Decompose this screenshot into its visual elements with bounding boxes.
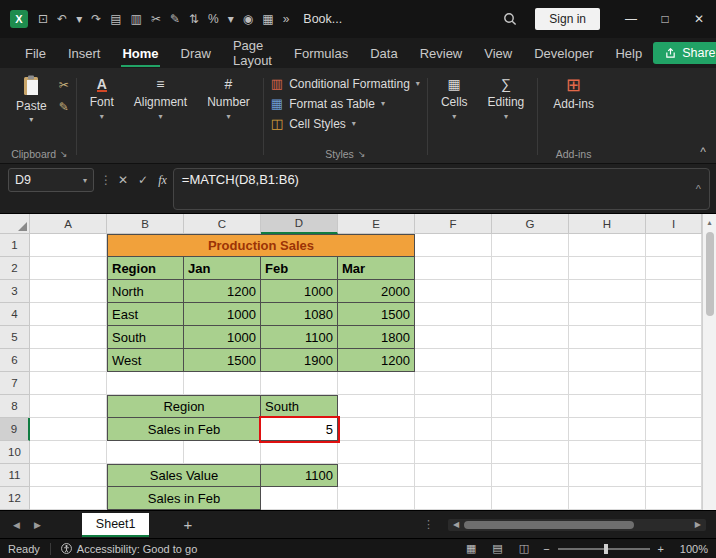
zoom-slider-thumb[interactable] bbox=[604, 544, 608, 554]
sort-icon[interactable]: ⇅ bbox=[189, 13, 199, 25]
cell-F3[interactable] bbox=[415, 280, 492, 303]
table-icon[interactable]: ▦ bbox=[262, 13, 273, 25]
save-icon[interactable]: ⊡ bbox=[38, 13, 48, 25]
cell-G11[interactable] bbox=[492, 464, 569, 487]
cell-B3[interactable]: North bbox=[107, 280, 184, 303]
column-header-H[interactable]: H bbox=[569, 214, 646, 234]
clipboard-dialog-launcher-icon[interactable]: ↘ bbox=[60, 149, 68, 159]
excel-logo-icon[interactable]: X bbox=[10, 10, 28, 28]
cell-I12[interactable] bbox=[646, 487, 702, 510]
zoom-slider[interactable] bbox=[558, 548, 650, 550]
ribbon-group-editing[interactable]: ∑Editing▾ bbox=[478, 72, 535, 163]
cell-C5[interactable]: 1000 bbox=[184, 326, 261, 349]
cell-I6[interactable] bbox=[646, 349, 702, 372]
cell-B10[interactable] bbox=[107, 441, 184, 464]
row-header-12[interactable]: 12 bbox=[0, 487, 30, 510]
cell-B12[interactable]: Sales in Feb bbox=[107, 487, 261, 510]
cell-A5[interactable] bbox=[30, 326, 107, 349]
tab-file[interactable]: File bbox=[14, 38, 57, 68]
cell-D5[interactable]: 1100 bbox=[261, 326, 338, 349]
cell-E3[interactable]: 2000 bbox=[338, 280, 415, 303]
toolbar-overflow-icon[interactable]: » bbox=[283, 13, 290, 25]
cell-H7[interactable] bbox=[569, 372, 646, 395]
accessibility-status[interactable]: Accessibility: Good to go bbox=[61, 543, 197, 555]
minimize-button[interactable]: — bbox=[614, 0, 648, 38]
cell-I4[interactable] bbox=[646, 303, 702, 326]
row-header-10[interactable]: 10 bbox=[0, 441, 30, 464]
cell-A4[interactable] bbox=[30, 303, 107, 326]
cell-styles-button[interactable]: ◫Cell Styles▾ bbox=[271, 116, 420, 131]
cell-E11[interactable] bbox=[338, 464, 415, 487]
cell-A12[interactable] bbox=[30, 487, 107, 510]
cell-F2[interactable] bbox=[415, 257, 492, 280]
cell-G10[interactable] bbox=[492, 441, 569, 464]
format-as-table-button[interactable]: ▦Format as Table▾ bbox=[271, 96, 420, 111]
search-icon[interactable] bbox=[503, 12, 517, 26]
percent-style-icon[interactable]: % bbox=[208, 13, 219, 25]
horizontal-scroll-thumb[interactable] bbox=[464, 521, 634, 529]
cell-G7[interactable] bbox=[492, 372, 569, 395]
cell-E9[interactable] bbox=[338, 418, 415, 441]
cell-I9[interactable] bbox=[646, 418, 702, 441]
tab-data[interactable]: Data bbox=[359, 38, 408, 68]
cell-H4[interactable] bbox=[569, 303, 646, 326]
cell-D11[interactable]: 1100 bbox=[261, 464, 338, 487]
cell-G4[interactable] bbox=[492, 303, 569, 326]
cell-F1[interactable] bbox=[415, 234, 492, 257]
cell-B6[interactable]: West bbox=[107, 349, 184, 372]
cell-H3[interactable] bbox=[569, 280, 646, 303]
format-painter-icon[interactable]: ✎ bbox=[170, 13, 180, 25]
addins-button[interactable]: ⊞ Add-ins bbox=[545, 72, 602, 115]
styles-dialog-launcher-icon[interactable]: ↘ bbox=[358, 149, 366, 159]
collapse-ribbon-icon[interactable]: ^ bbox=[700, 145, 706, 159]
paste-button[interactable]: Paste ▾ bbox=[10, 72, 53, 127]
cell-A6[interactable] bbox=[30, 349, 107, 372]
cell-I5[interactable] bbox=[646, 326, 702, 349]
ribbon-group-number[interactable]: #Number▾ bbox=[197, 72, 260, 163]
cell-H1[interactable] bbox=[569, 234, 646, 257]
name-box[interactable]: D9 ▾ bbox=[8, 168, 94, 192]
row-header-9[interactable]: 9 bbox=[0, 418, 30, 441]
cell-H11[interactable] bbox=[569, 464, 646, 487]
cell-B2[interactable]: Region bbox=[107, 257, 184, 280]
row-header-8[interactable]: 8 bbox=[0, 395, 30, 418]
sheet-tab-sheet1[interactable]: Sheet1 bbox=[82, 513, 150, 537]
cell-H6[interactable] bbox=[569, 349, 646, 372]
ribbon-group-font[interactable]: AFont▾ bbox=[80, 72, 124, 163]
select-all-corner[interactable] bbox=[0, 214, 30, 234]
vertical-scrollbar[interactable]: ▴ bbox=[702, 214, 716, 510]
cell-G12[interactable] bbox=[492, 487, 569, 510]
maximize-button[interactable]: □ bbox=[648, 0, 682, 38]
horizontal-scrollbar[interactable]: ◀ ▶ bbox=[448, 519, 706, 531]
cell-H8[interactable] bbox=[569, 395, 646, 418]
share-button[interactable]: Share ▾ bbox=[653, 42, 716, 64]
formula-input[interactable]: =MATCH(D8,B1:B6) ^ bbox=[173, 168, 710, 210]
cell-A3[interactable] bbox=[30, 280, 107, 303]
cell-B1[interactable]: Production Sales bbox=[107, 234, 415, 257]
column-header-D[interactable]: D bbox=[261, 214, 338, 234]
cell-A2[interactable] bbox=[30, 257, 107, 280]
cell-B4[interactable]: East bbox=[107, 303, 184, 326]
cell-I1[interactable] bbox=[646, 234, 702, 257]
cell-A10[interactable] bbox=[30, 441, 107, 464]
row-header-11[interactable]: 11 bbox=[0, 464, 30, 487]
close-button[interactable]: ✕ bbox=[682, 0, 716, 38]
zoom-in-icon[interactable]: + bbox=[658, 543, 664, 555]
row-header-4[interactable]: 4 bbox=[0, 303, 30, 326]
column-header-I[interactable]: I bbox=[646, 214, 702, 234]
row-header-7[interactable]: 7 bbox=[0, 372, 30, 395]
tab-developer[interactable]: Developer bbox=[523, 38, 604, 68]
scroll-left-icon[interactable]: ◀ bbox=[448, 520, 464, 529]
cell-G2[interactable] bbox=[492, 257, 569, 280]
column-header-A[interactable]: A bbox=[30, 214, 107, 234]
cell-G1[interactable] bbox=[492, 234, 569, 257]
cell-B9[interactable]: Sales in Feb bbox=[107, 418, 261, 441]
page-layout-view-icon[interactable]: ▤ bbox=[492, 542, 502, 555]
cell-I10[interactable] bbox=[646, 441, 702, 464]
tab-formulas[interactable]: Formulas bbox=[283, 38, 359, 68]
tab-page-layout[interactable]: Page Layout bbox=[222, 38, 283, 68]
tab-help[interactable]: Help bbox=[604, 38, 653, 68]
tab-draw[interactable]: Draw bbox=[170, 38, 222, 68]
normal-view-icon[interactable]: ▦ bbox=[466, 542, 476, 555]
undo-icon[interactable]: ↶ bbox=[57, 13, 67, 25]
